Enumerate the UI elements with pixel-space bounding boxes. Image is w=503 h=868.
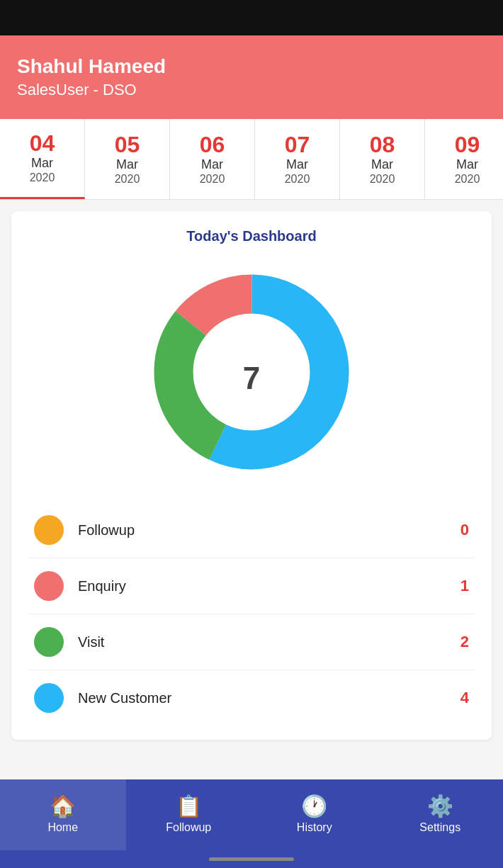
date-year: 2020	[115, 173, 140, 186]
date-item-04[interactable]: 04Mar2020	[0, 119, 85, 199]
date-year: 2020	[455, 173, 480, 186]
main-content: Today's Dashboard	[0, 200, 503, 779]
date-month: Mar	[286, 157, 308, 172]
nav-label: History	[297, 821, 332, 834]
nav-item-home[interactable]: 🏠Home	[0, 779, 126, 850]
status-bar	[0, 0, 503, 35]
nav-label: Followup	[166, 821, 211, 834]
header: Shahul Hameed SalesUser - DSO	[0, 35, 503, 119]
legend-count: 4	[460, 689, 469, 707]
user-name: Shahul Hameed	[17, 55, 486, 78]
donut-chart: 7	[131, 259, 372, 485]
dashboard-card: Today's Dashboard	[11, 211, 492, 740]
history-icon: 🕐	[301, 796, 327, 817]
followup-icon: 📋	[176, 796, 202, 817]
legend-label: Enquiry	[78, 578, 460, 594]
date-month: Mar	[116, 157, 138, 172]
legend-dot	[34, 515, 64, 545]
settings-icon: ⚙️	[427, 796, 453, 817]
nav-item-followup[interactable]: 📋Followup	[126, 779, 252, 850]
home-indicator	[209, 857, 294, 861]
legend-dot	[34, 683, 64, 713]
date-year: 2020	[200, 173, 225, 186]
date-month: Mar	[31, 156, 53, 171]
date-day: 09	[455, 133, 480, 156]
date-item-06[interactable]: 06Mar2020	[170, 119, 255, 199]
date-day: 04	[30, 132, 55, 154]
date-item-07[interactable]: 07Mar2020	[255, 119, 340, 199]
legend-count: 2	[460, 633, 469, 651]
nav-label: Home	[47, 821, 78, 834]
legend-label: Followup	[78, 522, 460, 539]
legend-item-followup: Followup0	[28, 502, 475, 558]
legend-item-visit: Visit2	[28, 614, 475, 670]
date-item-05[interactable]: 05Mar2020	[85, 119, 170, 199]
date-month: Mar	[201, 157, 223, 172]
date-item-08[interactable]: 08Mar2020	[340, 119, 425, 199]
legend-count: 0	[460, 521, 469, 539]
date-month: Mar	[456, 157, 478, 172]
legend-item-enquiry: Enquiry1	[28, 558, 475, 614]
legend-dot	[34, 571, 64, 601]
legend-count: 1	[460, 577, 469, 595]
legend: Followup0Enquiry1Visit2New Customer4	[23, 502, 480, 726]
chart-container: 7	[23, 259, 480, 485]
date-selector: 04Mar202005Mar202006Mar202007Mar202008Ma…	[0, 119, 503, 200]
date-month: Mar	[371, 157, 393, 172]
legend-label: New Customer	[78, 690, 460, 706]
date-year: 2020	[30, 171, 55, 184]
date-day: 05	[115, 133, 140, 156]
date-day: 07	[285, 133, 310, 156]
date-year: 2020	[370, 173, 395, 186]
nav-label: Settings	[419, 821, 460, 834]
legend-item-new-customer: New Customer4	[28, 670, 475, 726]
date-year: 2020	[285, 173, 310, 186]
user-role: SalesUser - DSO	[17, 81, 486, 99]
date-item-09[interactable]: 09Mar2020	[425, 119, 503, 199]
legend-dot	[34, 627, 64, 657]
bottom-indicator	[0, 850, 503, 868]
bottom-nav: 🏠Home📋Followup🕐History⚙️Settings	[0, 779, 503, 850]
nav-item-settings[interactable]: ⚙️Settings	[378, 779, 504, 850]
date-day: 08	[370, 133, 395, 156]
dashboard-title: Today's Dashboard	[23, 228, 480, 244]
chart-total: 7	[243, 361, 260, 395]
home-icon: 🏠	[50, 796, 76, 817]
nav-item-history[interactable]: 🕐History	[252, 779, 378, 850]
date-day: 06	[200, 133, 225, 156]
legend-label: Visit	[78, 634, 460, 650]
